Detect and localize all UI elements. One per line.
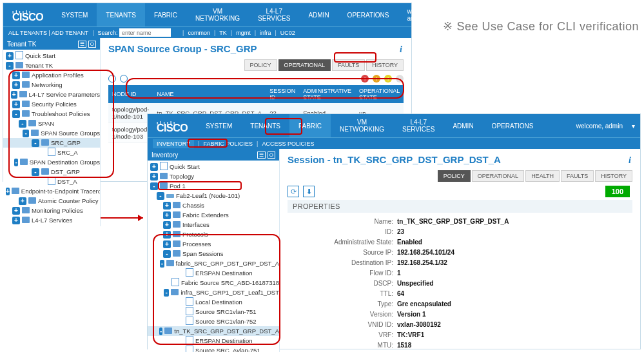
subbar-link[interactable]: common <box>188 30 210 36</box>
tree-item[interactable]: +Quick Start <box>148 162 279 171</box>
nav-operations[interactable]: OPERATIONS <box>483 114 543 137</box>
tree-toggle-icon[interactable]: + <box>150 163 158 171</box>
tree-item[interactable]: -fabric_SRC_GRP_DST_GRP_DST_A <box>148 259 279 268</box>
tree-toggle-icon[interactable]: - <box>6 62 14 70</box>
caret-down-icon[interactable]: ▾ <box>632 122 635 130</box>
tab-faults[interactable]: FAULTS <box>561 170 594 182</box>
nav-fabric[interactable]: FABRIC <box>289 114 331 137</box>
tree-item[interactable]: -DST_GRP <box>3 167 100 177</box>
nav-tenants[interactable]: TENANTS <box>97 3 145 26</box>
tree-toggle-icon[interactable]: - <box>32 168 39 176</box>
tree-toggle-icon[interactable]: - <box>12 110 20 118</box>
tree-toggle-icon[interactable]: - <box>164 289 169 297</box>
tab-faults[interactable]: FAULTS <box>332 59 365 71</box>
tree-toggle-icon[interactable]: + <box>150 173 158 181</box>
tree-item[interactable]: Source SRC1vlan-751 <box>148 307 279 317</box>
tab-health[interactable]: HEALTH <box>525 170 560 182</box>
tree-item[interactable]: +Endpoint-to-Endpoint Traceroute Policie… <box>3 186 100 196</box>
tree-toggle-icon[interactable] <box>176 347 184 353</box>
fault-info-icon[interactable]: i <box>396 75 404 83</box>
tree-toggle-icon[interactable] <box>176 308 184 316</box>
tree-item[interactable]: -Span Sessions <box>148 249 279 259</box>
search-input[interactable] <box>119 28 171 37</box>
tree-item[interactable]: +Chassis <box>148 200 279 210</box>
tree-toggle-icon[interactable]: + <box>163 211 171 219</box>
tree-toggle-icon[interactable]: + <box>163 202 171 210</box>
tree-toggle-icon[interactable]: + <box>163 240 171 248</box>
sidebar-tool-icon[interactable]: ☰ <box>257 152 266 159</box>
download-icon[interactable]: ⬇ <box>120 75 128 83</box>
tree-item[interactable]: -SPAN Destination Groups <box>3 157 100 167</box>
tree-item[interactable]: +Monitoring Policies <box>3 206 100 215</box>
table-header[interactable]: SESSION ID <box>266 85 299 103</box>
tree-item[interactable]: -tn_TK_SRC_GRP_DST_GRP_DST_A <box>148 326 279 336</box>
table-header[interactable]: ADMINISTRATIVE STATE <box>299 85 355 103</box>
tree-toggle-icon[interactable]: + <box>11 91 17 99</box>
tree-toggle-icon[interactable] <box>165 279 170 287</box>
tree-item[interactable]: Source SRC_Avlan-751 <box>148 346 279 352</box>
tree-item[interactable]: +L4-L7 Services <box>3 215 100 225</box>
tree-item[interactable]: -Tenant TK <box>3 61 100 70</box>
tab-operational[interactable]: OPERATIONAL <box>278 59 331 71</box>
tree-toggle-icon[interactable]: + <box>12 207 20 215</box>
fault-major-icon[interactable]: ! <box>373 75 380 83</box>
refresh-icon[interactable]: ⟳ <box>108 75 116 83</box>
tree-toggle-icon[interactable]: - <box>14 159 17 166</box>
tab-policy[interactable]: POLICY <box>244 59 277 71</box>
tree-toggle-icon[interactable]: + <box>6 52 14 60</box>
subnav-inventory[interactable]: INVENTORY <box>153 139 194 148</box>
caret-down-icon[interactable]: ▾ <box>444 12 447 19</box>
tree-toggle-icon[interactable]: + <box>19 197 26 205</box>
tree-item[interactable]: +Atomic Counter Policy <box>3 196 100 206</box>
sidebar-tool-icon[interactable]: ☰ <box>78 41 86 48</box>
tree-toggle-icon[interactable] <box>176 337 184 345</box>
nav-l4-l7-services[interactable]: L4-L7SERVICES <box>249 3 299 26</box>
subbar-left[interactable]: ALL TENANTS | ADD TENANT <box>8 30 88 36</box>
info-icon[interactable]: i <box>629 155 631 166</box>
tree-item[interactable]: +L4-L7 Service Parameters <box>3 90 100 99</box>
tree-toggle-icon[interactable]: - <box>157 192 164 200</box>
subbar-link[interactable]: TK <box>219 30 227 36</box>
tree-toggle-icon[interactable]: - <box>150 182 158 190</box>
tree-toggle-icon[interactable] <box>176 318 184 326</box>
tab-policy[interactable]: POLICY <box>438 170 471 182</box>
tree-toggle-icon[interactable]: + <box>6 188 10 195</box>
tree-item[interactable]: +Interfaces <box>148 220 279 230</box>
tree-toggle-icon[interactable] <box>38 178 46 186</box>
subbar-link[interactable]: infra <box>260 30 271 36</box>
tree-item[interactable]: Source SRC1vlan-752 <box>148 317 279 326</box>
sidebar-tool-icon[interactable]: O <box>88 41 96 48</box>
nav-vm-networking[interactable]: VMNETWORKING <box>186 3 249 26</box>
nav-tenants[interactable]: TENANTS <box>241 114 289 137</box>
tree-item[interactable]: +Application Profiles <box>3 70 100 80</box>
nav-admin[interactable]: ADMIN <box>299 3 338 26</box>
tree-toggle-icon[interactable]: - <box>19 120 26 128</box>
table-header[interactable]: NAME <box>153 85 266 103</box>
tab-operational[interactable]: OPERATIONAL <box>472 170 524 182</box>
table-header[interactable]: OPERATIONAL STATE <box>355 85 404 103</box>
tree-item[interactable]: Fabric Source SRC_ABD-16187318 <box>148 278 279 288</box>
fault-minor-icon[interactable]: ! <box>384 75 392 83</box>
sidebar-tool-icon[interactable]: O <box>268 152 275 159</box>
nav-l4-l7-services[interactable]: L4-L7SERVICES <box>393 114 444 137</box>
nav-fabric[interactable]: FABRIC <box>145 3 186 26</box>
table-header[interactable]: NODE ID <box>108 85 153 103</box>
tree-toggle-icon[interactable] <box>38 149 46 157</box>
nav-system[interactable]: SYSTEM <box>52 3 97 26</box>
tree-toggle-icon[interactable]: - <box>23 130 29 137</box>
tree-toggle-icon[interactable]: + <box>12 72 20 79</box>
tree-item[interactable]: +Protocols <box>148 230 279 239</box>
tree-toggle-icon[interactable]: - <box>160 260 164 268</box>
fault-crit-icon[interactable]: ! <box>361 75 369 83</box>
tree-item[interactable]: -Fab2-Leaf1 (Node-101) <box>148 191 279 200</box>
nav-admin[interactable]: ADMIN <box>444 114 482 137</box>
tree-toggle-icon[interactable] <box>176 298 184 306</box>
tree-toggle-icon[interactable]: - <box>32 139 39 147</box>
subbar-link[interactable]: mgmt <box>236 30 251 36</box>
tree-item[interactable]: -Pod 1 <box>148 181 279 191</box>
subbar-link[interactable]: UC02 <box>280 30 295 36</box>
tree-item[interactable]: SRC_A <box>3 148 100 157</box>
tab-history[interactable]: HISTORY <box>366 59 404 71</box>
nav-vm-networking[interactable]: VMNETWORKING <box>331 114 393 137</box>
nav-operations[interactable]: OPERATIONS <box>338 3 398 26</box>
